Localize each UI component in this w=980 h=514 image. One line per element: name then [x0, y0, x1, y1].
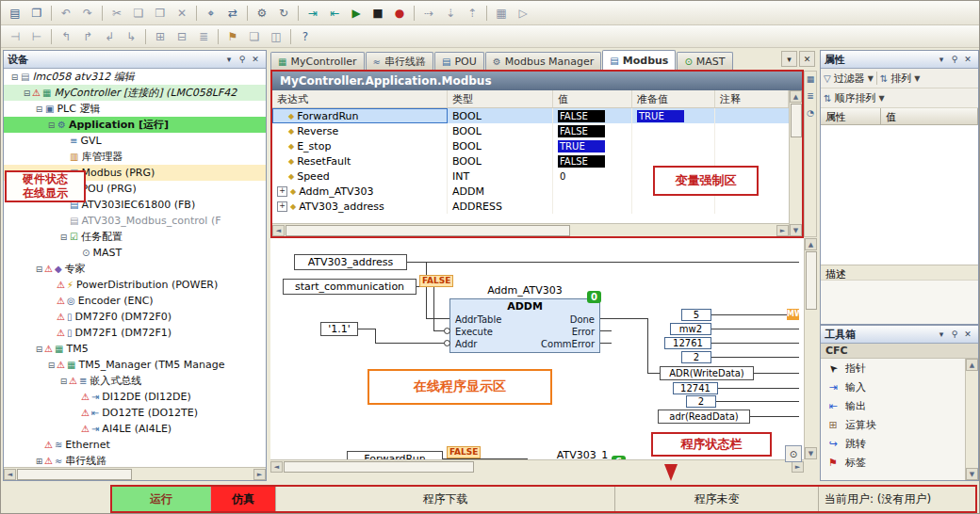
column-property[interactable]: 属性	[821, 108, 881, 125]
expand-icon[interactable]: ⊞	[34, 457, 44, 466]
tree-item-lmc058-atv312[interactable]: ⊟▤lmc058 atv312 编辑	[4, 69, 266, 85]
tree-item-dm72f1-dm72f1[interactable]: ⚠▯DM72F1 (DM72F1)	[4, 325, 266, 341]
toolbox-vertical-scrollbar[interactable]: ▲ ▼	[965, 359, 978, 480]
tab-tab-1[interactable]: ≈串行线路	[366, 52, 433, 70]
value-box-2[interactable]: 2	[681, 351, 711, 363]
value-box-mw2[interactable]: mw2	[670, 323, 711, 335]
tree-item-plc[interactable]: ⊟▣PLC 逻辑	[4, 101, 266, 117]
toolbox-item-5[interactable]: ⚑标签	[821, 453, 965, 472]
watch-horizontal-scrollbar[interactable]: ◄ ►	[272, 223, 789, 236]
side-tool-icon-1[interactable]: ▦	[807, 74, 815, 84]
tree-item-atv303-modbus-control-f[interactable]: ▤ATV303_Modbus_control (F	[4, 213, 266, 229]
watch-row-reverse[interactable]: ◆ReverseBOOLFALSE	[272, 123, 789, 138]
value-chip[interactable]: FALSE	[558, 155, 605, 168]
print-icon[interactable]: ❐	[26, 3, 47, 23]
scroll-down-icon[interactable]: ▼	[790, 224, 802, 236]
expand-icon[interactable]: +	[277, 186, 287, 197]
column-header-4[interactable]: 注释	[715, 90, 789, 107]
tree-item-node-5[interactable]: ▥库管理器	[4, 149, 266, 165]
order-button[interactable]: 顺序排列	[834, 91, 875, 105]
logout-icon[interactable]: ⇤	[324, 3, 345, 23]
watch-row-forwardrun[interactable]: ◆ForwardRunBOOLFALSETRUE	[272, 108, 789, 123]
build-icon[interactable]: ⚙	[252, 3, 272, 23]
value-chip[interactable]: 0	[558, 170, 567, 183]
login-icon[interactable]: ⇥	[302, 3, 323, 23]
tree-item-di12de-di12de[interactable]: ⚠⇥DI12DE (DI12DE)	[4, 389, 266, 405]
step-over-icon[interactable]: ⇢	[418, 3, 439, 23]
chevron-down-icon[interactable]: ▼	[868, 74, 874, 83]
help-icon[interactable]: ?	[295, 26, 316, 46]
chevron-down-icon[interactable]: ▾	[935, 55, 948, 64]
tab-pou[interactable]: ▤POU	[434, 52, 484, 70]
tab-mycontroller[interactable]: ▦MyController	[270, 52, 365, 70]
delete-icon[interactable]: ✕	[172, 3, 192, 23]
window-split-icon[interactable]: ◫	[266, 26, 286, 46]
scrollbar-thumb[interactable]	[17, 469, 132, 480]
watch-window-icon[interactable]: ▦	[491, 3, 512, 23]
collapse-icon[interactable]: ⊟	[34, 265, 44, 274]
return-up-icon[interactable]: ↳	[121, 26, 141, 46]
arrange-button[interactable]: 排列	[890, 72, 911, 86]
tree-item-mast[interactable]: ⊙MAST	[4, 245, 266, 261]
column-header-3[interactable]: 准备值	[632, 90, 715, 107]
collapse-icon[interactable]: ⊟	[22, 88, 32, 98]
chevron-down-icon[interactable]: ▾	[935, 329, 948, 339]
tab-modbus[interactable]: ▤Modbus	[602, 50, 676, 70]
column-value[interactable]: 值	[881, 108, 978, 125]
devices-horizontal-scrollbar[interactable]: ◄ ►	[4, 467, 266, 480]
tab-mast[interactable]: ⊙MAST	[677, 52, 732, 70]
scroll-down-icon[interactable]: ▼	[805, 447, 817, 459]
tree-item-do12te-do12te[interactable]: ⚠⇤DO12TE (DO12TE)	[4, 405, 266, 421]
jump-back-icon[interactable]: ↰	[56, 26, 76, 46]
step-into-icon[interactable]: ⇣	[440, 3, 461, 23]
copy-icon[interactable]: ❏	[128, 3, 149, 23]
collapse-all-icon[interactable]: ⊟	[172, 26, 192, 46]
scroll-right-icon[interactable]: ►	[253, 469, 266, 480]
collapse-icon[interactable]: ⊟	[34, 345, 44, 354]
close-icon[interactable]: ✕	[249, 55, 262, 64]
paste-icon[interactable]: ❒	[150, 3, 171, 23]
tree-item-powerdistribution-power[interactable]: ⚠⚡PowerDistribution (POWER)	[4, 277, 266, 293]
jump-forward-icon[interactable]: ↱	[77, 26, 98, 46]
scrollbar-thumb[interactable]	[791, 104, 802, 137]
filter-button[interactable]: 过滤器	[834, 72, 865, 86]
block-forwardrun[interactable]: ForwardRun	[347, 451, 443, 459]
chevron-down-icon[interactable]: ▼	[878, 94, 884, 103]
prepared-value-chip[interactable]: TRUE	[637, 110, 684, 122]
collapse-icon[interactable]: ⊟	[9, 72, 20, 82]
tab-modbus-manager[interactable]: ⚙Modbus Manager	[485, 52, 602, 70]
tree-item-node-10[interactable]: ⊟☑任务配置	[4, 229, 266, 245]
side-tool-icon-3[interactable]: ◔	[807, 108, 814, 118]
toolbox-item-4[interactable]: ↪跳转	[821, 434, 965, 453]
return-down-icon[interactable]: ↲	[99, 26, 120, 46]
scroll-left-icon[interactable]: ◄	[270, 461, 283, 473]
scroll-up-icon[interactable]: ▲	[790, 90, 802, 103]
tree-item-dm72f0-dm72f0[interactable]: ⚠▯DM72F0 (DM72F0)	[4, 309, 266, 325]
zoom-icon[interactable]: ⊙	[785, 445, 802, 462]
rebuild-icon[interactable]: ↻	[273, 3, 294, 23]
comment-cell[interactable]	[715, 199, 789, 214]
tree-item-ai4le-ai4le[interactable]: ⚠⇥AI4LE (AI4LE)	[4, 421, 266, 437]
tree-item-node-12[interactable]: ⊟⚠◆专家	[4, 261, 266, 277]
expand-icon[interactable]: +	[277, 201, 287, 212]
value-chip[interactable]: TRUE	[558, 140, 605, 153]
tree-item-ethernet[interactable]: ⚠≋Ethernet	[4, 437, 266, 453]
column-header-0[interactable]: 表达式	[272, 90, 448, 107]
scrollbar-thumb[interactable]	[806, 251, 817, 310]
step-out-icon[interactable]: ⇡	[462, 3, 482, 23]
toolbox-item-1[interactable]: ⇥输入	[821, 377, 965, 396]
indent-icon[interactable]: ⊢	[26, 26, 47, 46]
cut-icon[interactable]: ✂	[106, 3, 127, 23]
block-atv303-address[interactable]: ATV303_address	[294, 254, 407, 270]
addm-function-block[interactable]: ADDM AddrTable Done Execute Error Addr C…	[449, 298, 600, 353]
collapse-icon[interactable]: ⊟	[34, 104, 44, 114]
block-start-communication[interactable]: start_communication	[283, 279, 416, 295]
comment-cell[interactable]	[715, 108, 789, 123]
pin-icon[interactable]: ⚲	[948, 329, 961, 339]
start-icon[interactable]: ▶	[346, 3, 367, 23]
scroll-left-icon[interactable]: ◄	[272, 225, 285, 236]
column-header-2[interactable]: 值	[553, 90, 632, 107]
close-icon[interactable]: ✕	[961, 329, 974, 339]
breakpoint-icon[interactable]: ●	[389, 3, 410, 23]
program-vertical-scrollbar[interactable]: ▲ ▼	[804, 238, 818, 459]
